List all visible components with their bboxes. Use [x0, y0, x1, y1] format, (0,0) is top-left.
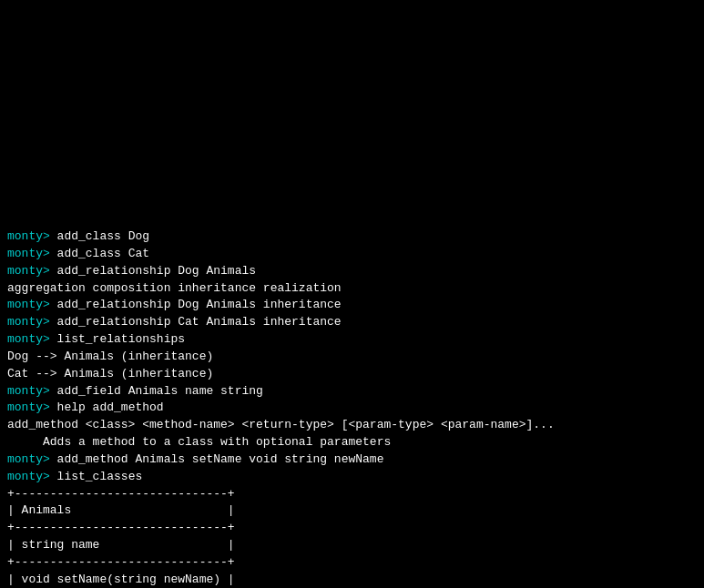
terminal-line: monty> list_classes [7, 469, 697, 486]
command-text: help add_method [50, 400, 164, 414]
prompt-label: monty> [7, 384, 50, 398]
terminal-line: | string name | [7, 537, 697, 554]
prompt-label: monty> [7, 332, 50, 346]
terminal-line: Dog --> Animals (inheritance) [7, 349, 697, 366]
output-text: +------------------------------+ [7, 487, 235, 501]
prompt-label: monty> [7, 247, 50, 260]
prompt-label: monty> [7, 470, 50, 483]
terminal-line: monty> add_class Dog [7, 228, 697, 246]
command-text: list_classes [50, 470, 142, 483]
terminal-line: Adds a method to a class with optional p… [7, 434, 697, 451]
terminal-line: monty> list_relationships [7, 331, 697, 349]
terminal-line: monty> add_method Animals setName void s… [7, 451, 697, 469]
prompt-label: monty> [7, 400, 50, 414]
prompt-label: monty> [7, 452, 50, 466]
command-text: add_method Animals setName void string n… [50, 452, 384, 466]
output-text: +------------------------------+ [7, 521, 235, 534]
command-text: add_field Animals name string [50, 384, 263, 398]
output-text: Cat --> Animals (inheritance) [7, 367, 213, 380]
terminal-lines: monty> add_class Dogmonty> add_class Cat… [7, 228, 697, 588]
terminal-line: +------------------------------+ [7, 520, 697, 537]
output-text: | string name | [7, 538, 235, 552]
prompt-label: monty> [7, 229, 50, 243]
terminal-line: | void setName(string newName) | [7, 572, 697, 588]
command-text: add_class Cat [50, 247, 149, 260]
command-text: add_relationship Cat Animals inheritance [50, 315, 342, 329]
terminal-line: add_method <class> <method-name> <return… [7, 417, 697, 434]
output-text: | void setName(string newName) | [7, 573, 235, 586]
prompt-label: monty> [7, 264, 50, 278]
terminal-line: | Animals | [7, 502, 697, 520]
terminal-line: monty> add_relationship Cat Animals inhe… [7, 314, 697, 331]
output-text: | Animals | [7, 503, 235, 517]
output-text: aggregation composition inheritance real… [7, 281, 342, 295]
terminal-line: aggregation composition inheritance real… [7, 280, 697, 298]
command-text: list_relationships [50, 332, 185, 346]
prompt-label: monty> [7, 315, 50, 329]
terminal-line: Cat --> Animals (inheritance) [7, 366, 697, 383]
terminal-line: monty> add_field Animals name string [7, 383, 697, 400]
command-text: add_class Dog [50, 229, 149, 243]
terminal-line: monty> add_class Cat [7, 246, 697, 263]
command-text: add_relationship Dog Animals [50, 264, 256, 278]
terminal: monty> add_class Dogmonty> add_class Cat… [7, 5, 697, 588]
output-text: add_method <class> <method-name> <return… [7, 418, 555, 431]
terminal-line: monty> help add_method [7, 400, 697, 417]
command-text: add_relationship Dog Animals inheritance [50, 298, 342, 311]
terminal-line: +------------------------------+ [7, 486, 697, 503]
prompt-label: monty> [7, 298, 50, 311]
output-text: +------------------------------+ [7, 555, 235, 569]
terminal-line: +------------------------------+ [7, 554, 697, 572]
output-text: Dog --> Animals (inheritance) [7, 350, 213, 363]
terminal-line: monty> add_relationship Dog Animals inhe… [7, 297, 697, 314]
terminal-line: monty> add_relationship Dog Animals [7, 263, 697, 280]
output-text: Adds a method to a class with optional p… [7, 435, 391, 449]
